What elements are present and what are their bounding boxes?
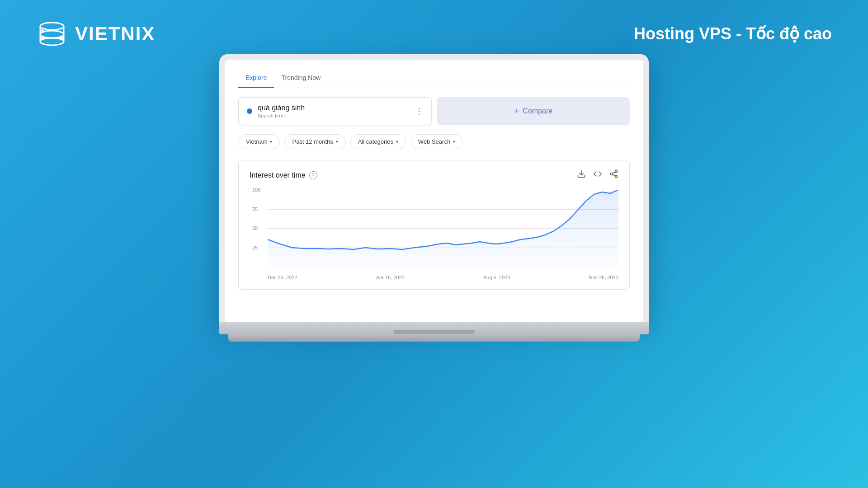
x-axis-labels: Dec 25, 2022 Apr 16, 2023 Aug 6, 2023 No… xyxy=(268,275,618,280)
interest-title: Interest over time xyxy=(250,171,306,179)
search-row: quà giáng sinh Search term ⋮ + Compare xyxy=(238,97,630,125)
laptop-base xyxy=(219,322,649,334)
tab-explore[interactable]: Explore xyxy=(238,69,274,88)
chart-area: 100 75 50 25 xyxy=(250,190,618,280)
svg-line-15 xyxy=(613,172,615,173)
logo-text: VIETNIX xyxy=(75,23,155,45)
interest-header: Interest over time ? xyxy=(250,169,618,181)
chart-svg-container xyxy=(268,190,618,267)
search-label-text: Search term xyxy=(258,113,410,118)
laptop-foot xyxy=(228,334,640,342)
svg-line-14 xyxy=(613,174,615,176)
chevron-down-icon: ▾ xyxy=(270,139,272,144)
help-icon[interactable]: ? xyxy=(309,171,317,179)
chevron-down-icon: ▾ xyxy=(396,139,398,144)
screen-content: Explore Trending Now quà giáng sinh Sear… xyxy=(225,60,643,322)
interest-actions xyxy=(577,169,618,181)
tab-trending-now[interactable]: Trending Now xyxy=(274,69,328,88)
search-term-text: quà giáng sinh xyxy=(258,104,410,112)
search-box: quà giáng sinh Search term ⋮ xyxy=(238,97,432,125)
filter-vietnam-button[interactable]: Vietnam ▾ xyxy=(238,134,280,149)
compare-plus-icon: + xyxy=(514,107,519,116)
keyboard-dots xyxy=(298,324,570,330)
logo-area: VIETNIX xyxy=(36,18,155,50)
share-icon[interactable] xyxy=(609,169,618,181)
search-text-block: quà giáng sinh Search term xyxy=(258,104,410,118)
svg-point-3 xyxy=(40,31,64,38)
chevron-down-icon: ▾ xyxy=(453,139,455,144)
compare-text: Compare xyxy=(523,107,552,115)
svg-point-8 xyxy=(60,37,63,39)
embed-icon[interactable] xyxy=(593,169,602,181)
more-options-icon[interactable]: ⋮ xyxy=(415,106,423,116)
interest-title-row: Interest over time ? xyxy=(250,171,317,179)
laptop-container: Explore Trending Now quà giáng sinh Sear… xyxy=(219,54,649,342)
trends-ui: Explore Trending Now quà giáng sinh Sear… xyxy=(225,60,643,308)
chevron-down-icon: ▾ xyxy=(336,139,338,144)
filter-categories-button[interactable]: All categories ▾ xyxy=(350,134,406,149)
tagline: Hosting VPS - Tốc độ cao xyxy=(634,24,832,43)
vietnix-logo-icon xyxy=(36,18,68,50)
svg-point-7 xyxy=(41,29,44,32)
svg-point-9 xyxy=(41,37,44,39)
compare-box[interactable]: + Compare xyxy=(437,97,630,125)
search-dot xyxy=(247,108,252,114)
svg-point-6 xyxy=(40,38,64,45)
chart-line-svg xyxy=(268,190,618,267)
svg-point-0 xyxy=(40,23,64,30)
filter-period-button[interactable]: Past 12 months ▾ xyxy=(284,134,345,149)
interest-section: Interest over time ? xyxy=(238,160,630,290)
filter-row: Vietnam ▾ Past 12 months ▾ All categorie… xyxy=(238,134,630,149)
download-icon[interactable] xyxy=(577,169,586,181)
chart-area-fill xyxy=(268,190,618,267)
laptop-screen-bezel: Explore Trending Now quà giáng sinh Sear… xyxy=(219,54,649,322)
tabs-bar: Explore Trending Now xyxy=(238,69,630,88)
filter-type-button[interactable]: Web Search ▾ xyxy=(410,134,463,149)
